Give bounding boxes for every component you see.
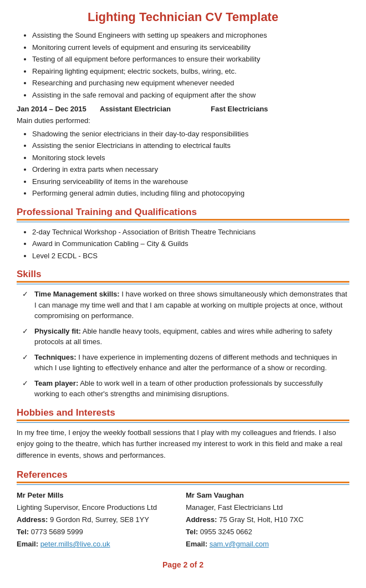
ref1-address-value: 9 Gordon Rd, Surrey, SE8 1YY bbox=[48, 515, 149, 524]
ref2-name: Mr Sam Vaughan bbox=[186, 489, 349, 502]
main-duties-label: Main duties performed: bbox=[17, 115, 349, 126]
job2-header: Jan 2014 – Dec 2015 Assistant Electricia… bbox=[17, 105, 349, 113]
ref2-address: Address: 75 Gray St, Holt, H10 7XC bbox=[186, 514, 349, 526]
ref2-email-link[interactable]: sam.v@gmail.com bbox=[210, 540, 269, 548]
orange-divider bbox=[17, 420, 349, 421]
blue-divider bbox=[17, 484, 349, 485]
ref2-tel-label: Tel: bbox=[186, 528, 198, 536]
section-references-heading: References bbox=[17, 469, 349, 480]
job2-company: Fast Electricians bbox=[211, 105, 268, 113]
ref1-tel: Tel: 0773 5689 5999 bbox=[17, 526, 180, 538]
bullet-item: Award in Communication Cabling – City & … bbox=[32, 238, 349, 249]
references-grid: Mr Peter Mills Lighting Supervisor, Enco… bbox=[17, 489, 349, 550]
orange-divider bbox=[17, 482, 349, 483]
ref1-email-link[interactable]: peter.mills@live.co.uk bbox=[40, 540, 110, 548]
bullet-item: Performing general admin duties, includi… bbox=[32, 188, 349, 199]
job2-title: Assistant Electrician bbox=[100, 105, 211, 113]
orange-divider bbox=[17, 281, 349, 283]
ref1-tel-value: 0773 5689 5999 bbox=[29, 528, 83, 536]
bullet-item: Monitoring current levels of equipment a… bbox=[32, 42, 349, 53]
skill-item-techniques: Techniques: I have experience in impleme… bbox=[22, 352, 349, 374]
skill-label-techniques: Techniques: bbox=[34, 353, 77, 361]
skill-item-team: Team player: Able to work well in a team… bbox=[22, 378, 349, 400]
ref2-tel-value: 0955 3245 0662 bbox=[198, 528, 252, 536]
ref1-address-label: Address: bbox=[17, 515, 48, 524]
bullet-item: Assisting the Sound Engineers with setti… bbox=[32, 30, 349, 41]
skill-item-time: Time Management skills: I have worked on… bbox=[22, 289, 349, 321]
job2-bullets-list: Shadowing the senior electricians in the… bbox=[32, 129, 349, 199]
skill-text-techniques: I have experience in implementing dozens… bbox=[34, 353, 337, 372]
bullet-item: Shadowing the senior electricians in the… bbox=[32, 129, 349, 140]
ref2-address-value: 75 Gray St, Holt, H10 7XC bbox=[217, 515, 303, 524]
bullet-item: Assisting in the safe removal and packin… bbox=[32, 90, 349, 101]
bullet-item: Ensuring serviceability of items in the … bbox=[32, 176, 349, 187]
bullet-item: Repairing lighting equipment; electric s… bbox=[32, 66, 349, 77]
cv-title: Lighting Technician CV Template bbox=[17, 10, 349, 24]
skill-label-fit: Physically fit: bbox=[34, 327, 81, 335]
ref2-address-label: Address: bbox=[186, 515, 217, 524]
training-bullets-list: 2-day Technical Workshop - Association o… bbox=[32, 227, 349, 262]
section-hobbies-heading: Hobbies and Interests bbox=[17, 407, 349, 418]
ref1-title: Lighting Supervisor, Encore Productions … bbox=[17, 502, 180, 514]
bullet-item: 2-day Technical Workshop - Association o… bbox=[32, 227, 349, 238]
ref2-title: Manager, Fast Electricians Ltd bbox=[186, 502, 349, 514]
ref2-email-label: Email: bbox=[186, 540, 207, 548]
hobbies-text: In my free time, I enjoy the weekly foot… bbox=[17, 427, 349, 462]
bullet-item: Testing of all equipment before performa… bbox=[32, 54, 349, 65]
skill-label-team: Team player: bbox=[34, 379, 78, 387]
ref1-email: Email: peter.mills@live.co.uk bbox=[17, 538, 180, 550]
bullet-item: Ordering in extra parts when necessary bbox=[32, 164, 349, 175]
ref1-address: Address: 9 Gordon Rd, Surrey, SE8 1YY bbox=[17, 514, 180, 526]
ref1-tel-label: Tel: bbox=[17, 528, 29, 536]
job2-date: Jan 2014 – Dec 2015 bbox=[17, 105, 100, 113]
blue-divider bbox=[17, 422, 349, 423]
bullet-item: Level 2 ECDL - BCS bbox=[32, 250, 349, 262]
ref2-email: Email: sam.v@gmail.com bbox=[186, 538, 349, 550]
skills-list: Time Management skills: I have worked on… bbox=[22, 289, 349, 400]
bullet-item: Researching and purchasing new equipment… bbox=[32, 78, 349, 89]
section-training-heading: Professional Training and Qualifications bbox=[17, 207, 349, 218]
section-skills-heading: Skills bbox=[17, 269, 349, 280]
ref2-block: Mr Sam Vaughan Manager, Fast Electrician… bbox=[186, 489, 349, 550]
page-footer: Page 2 of 2 bbox=[17, 560, 349, 569]
ref1-block: Mr Peter Mills Lighting Supervisor, Enco… bbox=[17, 489, 180, 550]
ref1-email-label: Email: bbox=[17, 540, 38, 548]
bullet-item: Monitoring stock levels bbox=[32, 152, 349, 163]
skill-item-fit: Physically fit: Able handle heavy tools,… bbox=[22, 326, 349, 347]
ref1-name: Mr Peter Mills bbox=[17, 489, 180, 502]
orange-divider bbox=[17, 219, 349, 221]
top-bullets-list: Assisting the Sound Engineers with setti… bbox=[32, 30, 349, 100]
ref2-tel: Tel: 0955 3245 0662 bbox=[186, 526, 349, 538]
blue-divider bbox=[17, 284, 349, 284]
bullet-item: Assisting the senior Electricians in att… bbox=[32, 140, 349, 151]
blue-divider bbox=[17, 222, 349, 222]
skill-label-time: Time Management skills: bbox=[34, 290, 120, 298]
